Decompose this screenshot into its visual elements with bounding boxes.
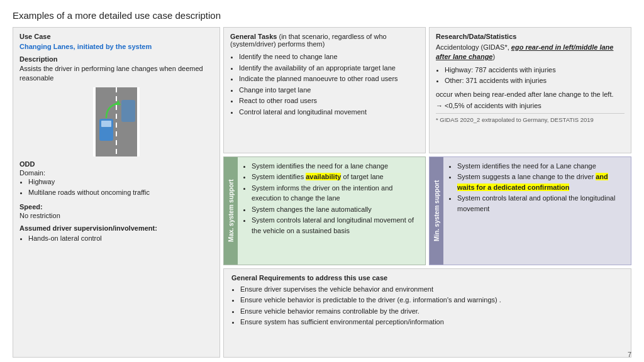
arrow-label: <0,5% of accidents with injuries xyxy=(445,102,541,109)
research-note: * GIDAS 2020_2 extrapolated to Germany, … xyxy=(436,113,625,123)
requirements-title: General Requirements to address this use… xyxy=(231,274,623,282)
task-item-2: Identify the availability of an appropri… xyxy=(239,63,419,74)
min-support-label: Min. system support xyxy=(430,157,443,265)
max-item-3: System informs the driver on the intenti… xyxy=(252,183,420,204)
odd-label: ODD xyxy=(19,160,213,168)
svg-rect-7 xyxy=(121,100,135,122)
general-tasks-title-bold: General Tasks xyxy=(230,33,277,40)
supervision-item-1: Hands-on lateral control xyxy=(28,233,213,244)
req-item-1: Ensure driver supervises the vehicle beh… xyxy=(240,284,623,295)
req-item-3: Ensure vehicle behavior remains controll… xyxy=(240,306,623,317)
speed-text: No restriction xyxy=(19,212,213,219)
confirmation-highlight: and waits for a dedicated confirmation xyxy=(457,173,608,191)
left-card: Use Case Changing Lanes, initiated by th… xyxy=(13,27,220,358)
general-tasks-card: General Tasks (in that scenario, regardl… xyxy=(223,27,426,153)
supervision-list: Hands-on lateral control xyxy=(19,233,213,244)
research-card: Research/Data/Statistics Accidentology (… xyxy=(429,27,631,153)
general-tasks-list: Identify the need to change lane Identif… xyxy=(230,52,419,117)
domain-item-2: Multilane roads without oncoming traffic xyxy=(28,187,213,198)
arrow-text: <0,5% of accidents with injuries xyxy=(436,102,625,109)
availability-highlight: availability xyxy=(306,173,341,180)
requirements-card: General Requirements to address this use… xyxy=(223,268,631,358)
max-support-content: System identifies the need for a lane ch… xyxy=(238,157,425,265)
max-item-5: System controls lateral and longitudinal… xyxy=(252,215,420,236)
requirements-list: Ensure driver supervises the vehicle beh… xyxy=(231,284,623,327)
task-item-4: Change into target lane xyxy=(239,85,419,96)
page-number: 7 xyxy=(628,351,631,358)
min-item-2: System suggests a lane change to the dri… xyxy=(457,172,626,192)
speed-label: Speed: xyxy=(19,203,213,211)
svg-rect-5 xyxy=(101,121,111,127)
task-item-6: Control lateral and longitudinal movemen… xyxy=(239,107,419,118)
max-item-1: System identifies the need for a lane ch… xyxy=(252,161,420,172)
max-item-4: System changes the lane automatically xyxy=(252,204,420,215)
research-item-1: Highway: 787 accidents with injuries xyxy=(445,65,625,75)
research-title: Research/Data/Statistics xyxy=(436,33,625,40)
min-item-1: System identifies the need for a Lane ch… xyxy=(457,161,626,172)
domain-label: Domain: xyxy=(19,169,213,177)
use-case-subtitle: Changing Lanes, initiated by the system xyxy=(19,43,213,50)
task-item-1: Identify the need to change lane xyxy=(239,52,419,62)
research-item-2: Other: 371 accidents with injuries xyxy=(445,75,625,86)
min-support-list: System identifies the need for a Lane ch… xyxy=(448,161,626,214)
page-title: Examples of a more detailed use case des… xyxy=(13,10,631,21)
max-support-label: Max. system support xyxy=(224,157,238,265)
min-support-box: Min. system support System identifies th… xyxy=(429,156,631,265)
max-support-list: System identifies the need for a lane ch… xyxy=(243,161,420,236)
research-bullets: Highway: 787 accidents with injuries Oth… xyxy=(436,65,625,86)
max-item-2: System identifies availability of target… xyxy=(252,172,420,182)
svg-rect-3 xyxy=(137,87,140,156)
task-item-5: React to other road users xyxy=(239,96,419,106)
occur-text: occur when being rear-ended after lane c… xyxy=(436,90,625,99)
road-diagram xyxy=(75,87,157,156)
research-intro: Accidentology (GIDAS*, ego rear-end in l… xyxy=(436,43,625,62)
req-item-2: Ensure vehicle behavior is predictable t… xyxy=(240,295,623,305)
supervision-label: Assumed driver supervision/involvement: xyxy=(19,224,213,232)
domain-item-1: Highway xyxy=(28,177,213,187)
req-item-4: Ensure system has sufficient environment… xyxy=(240,317,623,327)
min-support-content: System identifies the need for a Lane ch… xyxy=(443,157,631,265)
max-support-box: Max. system support System identifies th… xyxy=(223,156,426,265)
domain-list: Highway Multilane roads without oncoming… xyxy=(19,177,213,198)
page: Examples of a more detailed use case des… xyxy=(0,0,644,362)
min-item-3: System controls lateral and optional the… xyxy=(457,193,626,214)
task-item-3: Indicate the planned manoeuvre to other … xyxy=(239,74,419,84)
description-label: Description xyxy=(19,55,213,63)
arrow-icon xyxy=(436,102,445,109)
research-highlight: ego rear-end in left/middle lane after l… xyxy=(436,43,613,60)
description-text: Assists the driver in performing lane ch… xyxy=(19,64,213,84)
svg-rect-2 xyxy=(93,87,96,156)
general-tasks-title: General Tasks (in that scenario, regardl… xyxy=(230,33,419,48)
use-case-label: Use Case xyxy=(19,33,213,40)
